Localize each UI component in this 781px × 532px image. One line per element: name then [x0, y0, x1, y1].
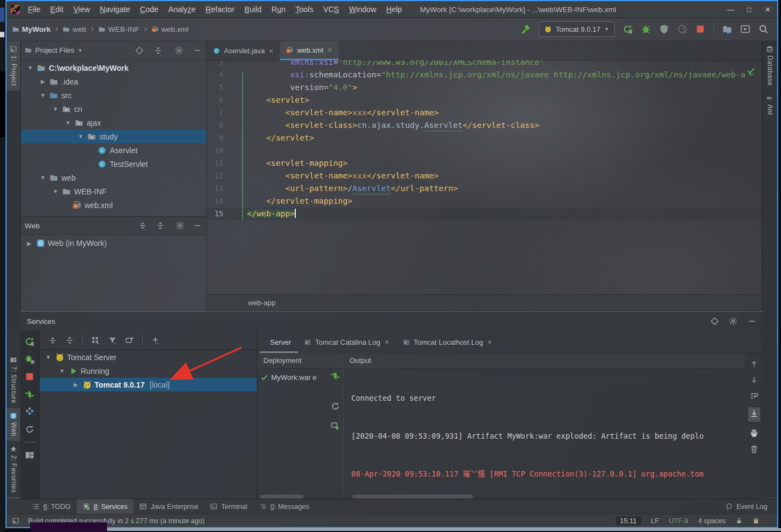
- soft-wrap-icon[interactable]: [750, 391, 758, 400]
- tree-row-idea[interactable]: ▶.idea: [20, 75, 206, 88]
- indent-widget[interactable]: 4 spaces: [698, 517, 726, 525]
- run-toolwindow-icon[interactable]: [740, 24, 750, 34]
- hide-panel-icon[interactable]: [193, 46, 202, 55]
- project-structure-icon[interactable]: [722, 24, 732, 34]
- web-tree-root[interactable]: ▶ Web (in MyWork): [20, 236, 107, 251]
- gear-icon[interactable]: [729, 317, 738, 326]
- debug-button-icon[interactable]: [641, 24, 651, 34]
- menu-run[interactable]: Run: [267, 5, 291, 14]
- collapse-all-icon[interactable]: [65, 336, 74, 345]
- build-hammer-icon[interactable]: [521, 24, 531, 34]
- toolwindow-todo[interactable]: 6: TODO: [26, 499, 77, 514]
- toolwindow-toggle-icon[interactable]: [12, 517, 19, 524]
- encoding-widget[interactable]: UTF-8: [669, 517, 688, 525]
- menu-code[interactable]: Code: [135, 5, 163, 14]
- inspections-ok-icon[interactable]: [746, 67, 755, 76]
- profiler-button-icon[interactable]: [677, 24, 687, 34]
- locate-icon[interactable]: [710, 317, 719, 326]
- menu-vcs[interactable]: VCS: [318, 5, 344, 14]
- tab-catalina-log[interactable]: Tomcat Catalina Log: [299, 338, 395, 346]
- tree-row-study[interactable]: ▼study: [20, 130, 206, 143]
- hector-inspector-icon[interactable]: [752, 517, 760, 524]
- menu-build[interactable]: Build: [239, 5, 266, 14]
- refresh-icon[interactable]: [25, 424, 35, 434]
- toolwindow-services[interactable]: 8: Services: [77, 499, 134, 514]
- tree-row-cn[interactable]: ▼cn: [20, 102, 206, 116]
- sidebar-item-project[interactable]: 1: Project: [7, 41, 20, 91]
- tab-web-xml[interactable]: < web.xml: [280, 41, 339, 60]
- breadcrumb-webinf[interactable]: WEB-INF: [108, 25, 139, 33]
- menu-file[interactable]: File: [23, 5, 46, 14]
- locate-icon[interactable]: [135, 46, 144, 55]
- redeploy-icon[interactable]: [330, 421, 340, 431]
- menu-analyze[interactable]: Analyze: [164, 5, 201, 14]
- menu-navigate[interactable]: Navigate: [95, 5, 135, 14]
- close-button[interactable]: ✕: [758, 5, 777, 14]
- toolwindow-java-enterprise[interactable]: Java Enterprise: [133, 499, 204, 514]
- close-icon[interactable]: [327, 47, 333, 53]
- coverage-button-icon[interactable]: [659, 24, 669, 34]
- breadcrumb-web[interactable]: web: [72, 25, 86, 33]
- services-row-tomcat-9017[interactable]: ▶ Tomcat 9.0.17[local]: [40, 378, 257, 391]
- toolwindow-terminal[interactable]: Terminal: [204, 499, 253, 514]
- menu-view[interactable]: View: [69, 5, 95, 14]
- services-row-running[interactable]: ▼ Running: [40, 364, 257, 378]
- tree-row-root[interactable]: ▼C:\workplace\MyWork: [20, 61, 206, 75]
- menu-tools[interactable]: Tools: [290, 5, 318, 14]
- expand-all-icon[interactable]: [48, 336, 57, 345]
- search-everywhere-icon[interactable]: [758, 24, 768, 34]
- breadcrumb-project[interactable]: MyWork: [22, 25, 50, 33]
- sidebar-item-structure[interactable]: 7: Structure: [7, 352, 20, 408]
- gear-icon[interactable]: [176, 221, 184, 230]
- stop-server-icon[interactable]: [25, 372, 35, 382]
- scroll-to-end-toggle[interactable]: [748, 407, 760, 422]
- menu-refactor[interactable]: Refactor: [200, 5, 239, 14]
- sidebar-item-database[interactable]: Database: [762, 41, 777, 90]
- toolwindow-messages[interactable]: 0: Messages: [254, 499, 316, 514]
- menu-help[interactable]: Help: [381, 5, 407, 14]
- tree-row-src[interactable]: ▼src: [20, 88, 206, 102]
- tree-row-webinf[interactable]: ▼WEB-INF: [20, 184, 206, 198]
- tree-row-ajax[interactable]: ▼ajax: [20, 116, 206, 130]
- debug-server-icon[interactable]: [25, 354, 35, 364]
- filter-icon[interactable]: [108, 336, 117, 345]
- lock-icon[interactable]: [735, 517, 743, 524]
- add-service-frame-icon[interactable]: [125, 336, 134, 345]
- expand-all-icon[interactable]: [138, 221, 147, 230]
- refresh-icon[interactable]: [330, 401, 340, 411]
- maximize-button[interactable]: □: [740, 5, 758, 14]
- next-message-icon[interactable]: [750, 376, 758, 384]
- caret-position-widget[interactable]: 15:11: [616, 517, 641, 525]
- services-dashboard-icon[interactable]: [25, 407, 35, 417]
- sidebar-item-web[interactable]: Web: [7, 408, 20, 441]
- sidebar-item-favorites[interactable]: 2: Favorites: [7, 441, 20, 497]
- run-button-icon[interactable]: [623, 24, 633, 34]
- close-icon[interactable]: [384, 339, 390, 345]
- add-icon[interactable]: [151, 336, 160, 345]
- close-icon[interactable]: [487, 339, 492, 345]
- clear-all-icon[interactable]: [750, 445, 758, 453]
- tab-server[interactable]: Server: [265, 338, 296, 346]
- sidebar-item-ant[interactable]: Ant: [762, 90, 777, 120]
- minimize-button[interactable]: —: [721, 5, 740, 14]
- deploy-icon[interactable]: [25, 389, 35, 399]
- layout-icon[interactable]: [25, 450, 35, 460]
- print-icon[interactable]: [750, 429, 758, 438]
- menu-window[interactable]: Window: [344, 5, 381, 14]
- close-icon[interactable]: [268, 48, 274, 54]
- tree-row-testservlet[interactable]: CTestServlet: [20, 157, 206, 171]
- tree-row-aservlet[interactable]: CAservlet: [20, 143, 206, 157]
- stop-button-icon[interactable]: [695, 24, 705, 34]
- tab-localhost-log[interactable]: Tomcat Localhost Log: [398, 338, 497, 346]
- horizontal-scrollbar[interactable]: [260, 495, 304, 499]
- tree-row-web[interactable]: ▼web: [20, 171, 206, 184]
- rerun-server-icon[interactable]: [25, 337, 35, 346]
- tree-row-webxml[interactable]: <web.xml: [20, 198, 206, 212]
- line-ending-widget[interactable]: LF: [651, 517, 659, 525]
- editor-breadcrumb[interactable]: web-app: [207, 294, 763, 311]
- group-by-icon[interactable]: [91, 336, 100, 345]
- services-row-tomcat-server[interactable]: ▼ Tomcat Server: [40, 350, 257, 364]
- collapse-all-icon[interactable]: [156, 221, 165, 230]
- project-view-selector[interactable]: Project Files: [35, 46, 75, 54]
- code-editor[interactable]: 3 xmlns:xsi="http://www.w3.org/2001/XMLS…: [207, 60, 763, 295]
